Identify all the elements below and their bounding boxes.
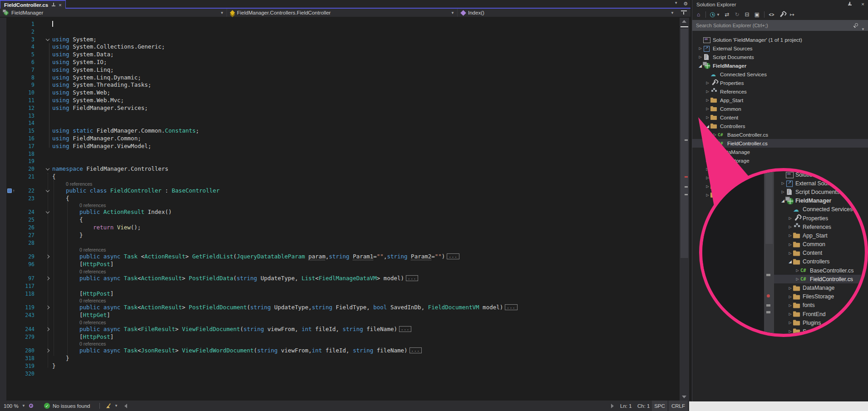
expand-icon[interactable]: ▷ (780, 190, 786, 194)
inheritance-margin-icon[interactable]: ↑ (7, 188, 15, 193)
codelens-references[interactable]: 0 references (0, 319, 679, 326)
search-dropdown-icon[interactable]: ▼ (861, 24, 865, 35)
code-line[interactable]: 16using FieldManager.Common; (0, 135, 679, 143)
expand-icon[interactable]: ▷ (705, 98, 710, 102)
code-line[interactable]: 26return View(); (0, 224, 679, 232)
code-line[interactable]: 23{ (0, 195, 679, 203)
column-indicator[interactable]: Ch: 1 (637, 401, 650, 411)
expand-icon[interactable]: ▷ (787, 295, 793, 299)
fold-expand-icon[interactable] (46, 349, 49, 352)
code-line[interactable]: 320 (0, 370, 679, 378)
code-line[interactable]: 25{ (0, 216, 679, 224)
expand-icon[interactable]: ▷ (787, 233, 793, 238)
codelens-references[interactable]: 0 references (0, 341, 679, 347)
expand-icon[interactable]: ▷ (712, 141, 718, 145)
code-line[interactable]: 13 (0, 112, 679, 120)
expand-icon[interactable]: ▷ (787, 321, 793, 325)
code-line[interactable]: 22↑public class FieldController : BaseCo… (0, 187, 679, 195)
tree-item-controllers[interactable]: ◢Controllers (692, 122, 868, 130)
expand-icon[interactable]: ▷ (794, 277, 800, 281)
tree-item-script-documents[interactable]: ▷Script Documents (692, 53, 868, 61)
gear-icon[interactable]: ⚙ (683, 1, 688, 7)
code-line[interactable]: 9using System.Threading.Tasks; (0, 81, 679, 89)
properties-icon[interactable] (779, 11, 785, 18)
tree-item-content[interactable]: ▷Content (774, 249, 868, 257)
tree-item-external-sources[interactable]: ▷External Sources (692, 44, 868, 53)
vertical-scrollbar[interactable] (680, 18, 689, 401)
code-line[interactable]: 29public async Task <ActionResult> GetFi… (0, 253, 679, 261)
code-line[interactable]: 280public async Task<JsonResult> ViewFie… (0, 347, 679, 355)
code-line[interactable]: 12using FieldManager.Services; (0, 104, 679, 112)
expand-icon[interactable]: ▷ (705, 115, 710, 119)
code-line[interactable]: 17using FieldManager.ViewModel; (0, 143, 679, 150)
tree-item-content[interactable]: ▷Content (692, 113, 868, 122)
collapse-icon[interactable]: ◢ (787, 259, 793, 264)
close-icon[interactable]: × (861, 1, 864, 7)
split-editor-icon[interactable] (681, 10, 687, 15)
code-line[interactable]: 27} (0, 232, 679, 239)
expand-icon[interactable]: ▷ (705, 167, 710, 171)
fold-expand-icon[interactable] (46, 255, 49, 258)
fold-expand-icon[interactable] (46, 306, 49, 309)
code-line[interactable]: 8using System.Linq.Dynamic; (0, 74, 679, 82)
home-icon[interactable]: ⌂ (695, 11, 701, 18)
tree-item-fieldmanager[interactable]: ◢FieldManager (692, 61, 868, 70)
expand-icon[interactable]: ▷ (780, 181, 786, 185)
code-line[interactable]: 318} (0, 355, 679, 362)
type-dropdown[interactable]: FieldManager.Controllers.FieldController… (227, 9, 458, 17)
pin-icon[interactable] (51, 2, 55, 7)
code-line[interactable]: 3using System; (0, 36, 679, 44)
tree-item-fieldcontroller-cs[interactable]: ▷FieldController.cs (692, 139, 868, 148)
scrollbar-thumb[interactable] (681, 29, 688, 258)
tree-item-controllers[interactable]: ◢Controllers (774, 257, 868, 266)
code-line[interactable]: 21{ (0, 173, 679, 181)
code-editor[interactable]: 123using System;4using System.Collection… (0, 18, 690, 401)
expand-icon[interactable]: ▷ (787, 329, 793, 333)
collapse-all-icon[interactable]: ⊟ (744, 11, 750, 18)
tree-item-references[interactable]: ▷References (774, 223, 868, 231)
expand-icon[interactable]: ▷ (705, 176, 710, 180)
expand-icon[interactable]: ▷ (787, 216, 793, 220)
show-all-files-icon[interactable]: ▣ (754, 11, 760, 18)
code-line[interactable]: 6using System.IO; (0, 59, 679, 66)
tree-item-connected-services[interactable]: Connected Services (692, 70, 868, 79)
expand-icon[interactable]: ▷ (787, 225, 793, 229)
code-line[interactable]: 20namespace FieldManager.Controllers (0, 165, 679, 173)
code-line[interactable]: 10using System.Web; (0, 89, 679, 97)
collapsed-region-box[interactable]: ... (409, 347, 422, 353)
fold-expand-icon[interactable] (46, 277, 49, 280)
preview-icon[interactable]: ↦ (789, 11, 795, 18)
intellicode-icon[interactable] (29, 401, 33, 411)
zoom-dropdown-icon[interactable]: ▼ (22, 401, 25, 411)
tab-fieldcontroller[interactable]: FieldController.cs × (0, 0, 66, 9)
fold-collapse-icon[interactable] (46, 188, 49, 192)
tree-item-datamanage[interactable]: ▷DataManage (692, 148, 868, 156)
expand-icon[interactable]: ▷ (705, 89, 710, 94)
collapsed-region-box[interactable]: ... (505, 304, 517, 310)
expand-icon[interactable]: ▷ (787, 286, 793, 290)
code-line[interactable]: 15using static FieldManager.Common.Const… (0, 127, 679, 135)
history-icon[interactable]: ▼ (710, 12, 720, 17)
expand-icon[interactable]: ▷ (787, 251, 793, 255)
expand-icon[interactable]: ▷ (787, 303, 793, 307)
hscroll-right-icon[interactable] (611, 401, 614, 411)
tree-item-basecontroller-cs[interactable]: ▷BaseController.cs (774, 266, 868, 275)
tree-item-datamanage[interactable]: ▷DataManage (774, 283, 868, 292)
codelens-references[interactable]: 0 references (0, 268, 679, 275)
code-line[interactable]: 5using System.Data; (0, 51, 679, 59)
code-line[interactable]: 244public async Task<FileResult> ViewFie… (0, 326, 679, 333)
sync-icon[interactable]: ⇄ (724, 11, 730, 18)
code-line[interactable]: 2 (0, 28, 679, 36)
scroll-down-icon[interactable] (682, 396, 686, 398)
search-input[interactable]: Search Solution Explorer (Ctrl+;) ▼ (692, 20, 868, 31)
codelens-references[interactable]: 0 references (0, 297, 679, 304)
tree-item-common[interactable]: ▷Common (774, 240, 868, 249)
expand-icon[interactable]: ▷ (705, 193, 710, 197)
code-line[interactable]: 4using System.Collections.Generic; (0, 43, 679, 51)
code-line[interactable]: 28 (0, 239, 679, 247)
code-line[interactable]: 118[HttpPost] (0, 290, 679, 298)
expand-icon[interactable]: ▷ (705, 150, 710, 154)
expand-icon[interactable]: ▷ (697, 46, 703, 50)
tree-item-common[interactable]: ▷Common (692, 104, 868, 113)
fold-collapse-icon[interactable] (46, 167, 49, 170)
